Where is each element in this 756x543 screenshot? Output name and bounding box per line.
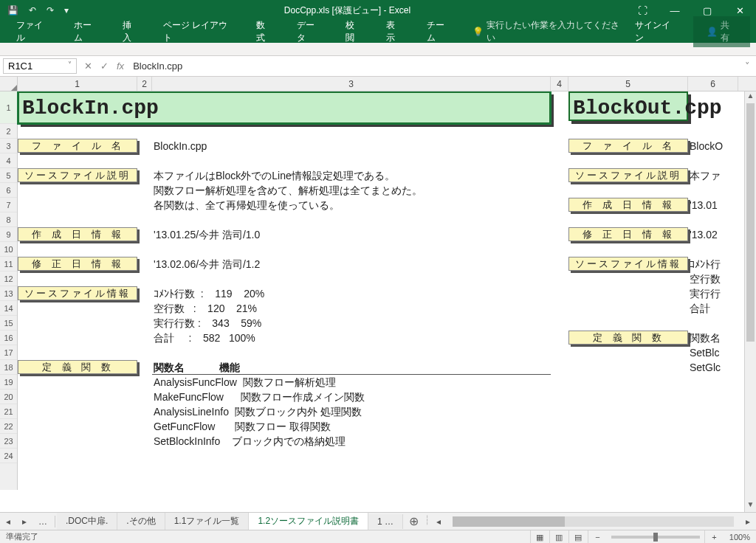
sheet-tab-filelist[interactable]: 1.1ファイル一覧 [165,513,250,530]
view-normal-icon[interactable]: ▦ [530,530,549,543]
cell-f2[interactable]: MakeFuncFlow 関数フロー作成メイン関数 [152,390,551,404]
add-sheet-icon[interactable]: ⊕ [403,514,425,528]
cell-filename-2[interactable]: BlockO [688,139,738,153]
fx-icon[interactable]: fx [112,60,128,72]
cell-modified-2[interactable]: '13.02 [688,227,738,242]
hscroll-thumb[interactable] [453,516,565,527]
row-header-2[interactable]: 2 [0,124,17,139]
cancel-formula-icon[interactable]: ✕ [80,60,96,72]
sheet-tab-srcdesc[interactable]: 1.2ソースファイル説明書 [249,512,368,531]
row-header-1[interactable]: 1 [0,91,17,124]
zoom-slider[interactable] [611,536,700,539]
vertical-scrollbar[interactable]: ▲ ▼ [744,91,756,512]
horizontal-scrollbar[interactable] [453,516,734,527]
cell-stat1[interactable]: ｺﾒﾝﾄ行数 : 119 20% [152,286,551,301]
row-header-17[interactable]: 17 [0,345,17,360]
tab-file[interactable]: ファイル [6,16,61,47]
row-header-5[interactable]: 5 [0,168,17,183]
tab-insert[interactable]: 挿入 [112,16,150,47]
zoom-out-icon[interactable]: − [588,530,607,543]
sheet-nav-first-icon[interactable]: ◂ [0,516,16,527]
tab-team[interactable]: チーム [416,16,462,47]
row-header-18[interactable]: 18 [0,360,17,375]
col-header-3[interactable]: 3 [152,77,551,91]
cell-f4[interactable]: GetFuncFlow 関数フロー 取得関数 [152,419,551,434]
cell-f1[interactable]: AnalysisFuncFlow 関数フロー解析処理 [152,375,551,390]
maximize-icon[interactable]: ▢ [691,5,724,16]
redo-icon[interactable]: ↷ [47,5,54,15]
formula-value[interactable]: BlockIn.cpp [128,60,738,72]
row-header-21[interactable]: 21 [0,404,17,419]
row-header-8[interactable]: 8 [0,212,17,227]
cell-stat2[interactable]: 空行数 : 120 21% [152,301,551,316]
enter-formula-icon[interactable]: ✓ [96,60,112,72]
row-header-23[interactable]: 23 [0,434,17,449]
col-header-6[interactable]: 6 [688,77,738,91]
signin-button[interactable]: サインイン [626,16,686,47]
col-header-4[interactable]: 4 [551,77,568,91]
row-header-10[interactable]: 10 [0,242,17,257]
cell-s2d[interactable]: 合計 [688,301,738,316]
name-box[interactable]: R1C1 ˅ [3,58,77,74]
tab-view[interactable]: 表示 [376,16,413,47]
cell-filename[interactable]: BlockIn.cpp [152,139,551,153]
tell-me[interactable]: 💡 実行したい作業を入力してください [472,19,620,44]
row-header-13[interactable]: 13 [0,286,17,301]
cell-desc2b[interactable]: 本ファ [688,168,738,183]
row-header-20[interactable]: 20 [0,390,17,404]
cell-desc2[interactable]: 関数フロー解析処理を含めて、解析処理は全てまとめた。 [152,183,551,198]
scroll-up-icon[interactable]: ▲ [745,91,756,103]
sheet-nav-more-icon[interactable]: … [32,516,53,527]
row-header-9[interactable]: 9 [0,227,17,242]
sheet-nav-last-icon[interactable]: ▸ [16,516,32,527]
scroll-thumb[interactable] [746,103,755,342]
cell-s2c[interactable]: 実行行 [688,286,738,301]
cell-s2b[interactable]: 空行数 [688,272,738,286]
save-icon[interactable]: 💾 [7,5,18,15]
hscroll-right-icon[interactable]: ▸ [740,516,756,527]
sheet-tab-other[interactable]: .その他 [117,513,165,530]
hscroll-left-icon[interactable]: ◂ [430,516,447,527]
sheet-tab-next[interactable]: 1 … [368,514,403,529]
cells-area[interactable]: BlockIn.cpp BlockOut.cpp フ ァ イ ル 名 Block… [18,91,756,490]
row-header-6[interactable]: 6 [0,183,17,198]
cell-f5[interactable]: SetBlockInInfo ブロック内での格納処理 [152,434,551,449]
ribbon-options-icon[interactable]: ⛶ [626,5,659,16]
cell-fn2c[interactable]: SetGlc [688,360,738,375]
cell-modified[interactable]: '13.02.06/今井 浩司/1.2 [152,257,551,272]
cell-fn2a[interactable]: 関数名 [688,331,738,345]
tab-formulas[interactable]: 数式 [246,16,284,47]
chevron-down-icon[interactable]: ˅ [68,60,72,69]
undo-icon[interactable]: ↶ [29,5,36,15]
zoom-thumb[interactable] [653,533,658,542]
cell-s2a[interactable]: ｺﾒﾝﾄ行 [688,257,738,272]
cell-desc1[interactable]: 本ファイルはBlock外でのLine情報設定処理である。 [152,168,551,183]
sheet-tab-doc[interactable]: .DOC中扉. [57,513,117,530]
tab-data[interactable]: データ [286,16,332,47]
row-header-11[interactable]: 11 [0,257,17,272]
cell-func-header[interactable]: 関数名 機能 [152,360,551,375]
row-header-4[interactable]: 4 [0,153,17,168]
cell-f3[interactable]: AnalysisLineInfo 関数ブロック内外 処理関数 [152,404,551,419]
col-header-2[interactable]: 2 [137,77,152,91]
row-header-7[interactable]: 7 [0,198,17,212]
row-header-19[interactable]: 19 [0,375,17,390]
row-header-22[interactable]: 22 [0,419,17,434]
row-header-15[interactable]: 15 [0,316,17,331]
qat-customize-icon[interactable]: ▾ [64,5,69,15]
row-header-3[interactable]: 3 [0,139,17,153]
minimize-icon[interactable]: — [659,5,691,16]
cell-stat4[interactable]: 合計 : 582 100% [152,331,551,345]
col-header-5[interactable]: 5 [568,77,688,91]
row-header-16[interactable]: 16 [0,331,17,345]
tab-pagelayout[interactable]: ページ レイアウト [153,16,243,47]
banner-blockout[interactable]: BlockOut.cpp [568,91,688,121]
share-button[interactable]: 👤 共有 [693,16,750,47]
cell-created[interactable]: '13.01.25/今井 浩司/1.0 [152,227,551,242]
expand-formula-icon[interactable]: ˅ [738,60,756,72]
cell-created-2[interactable]: '13.01 [688,198,738,212]
close-icon[interactable]: ✕ [724,5,756,16]
row-header-12[interactable]: 12 [0,272,17,286]
cell-fn2b[interactable]: SetBlc [688,345,738,360]
view-pagebreak-icon[interactable]: ▤ [568,530,588,543]
